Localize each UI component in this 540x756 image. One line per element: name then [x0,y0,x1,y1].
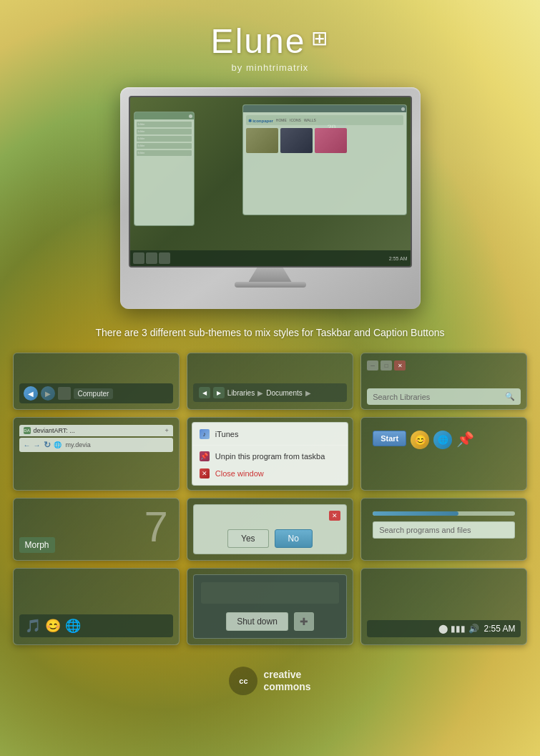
win-btn-left [189,114,192,118]
desktop-window-left: folder folder folder folder folder [134,112,195,226]
menu-separator [192,445,348,446]
yes-button[interactable]: Yes [227,529,269,548]
card-system-tray: ⬤ ▮▮▮ 🔊 2:55 AM [360,568,527,645]
theme-name: Morph [19,537,55,553]
address-scheme: 🌐 [54,441,62,448]
tab-title: deviantART: ... [34,427,75,434]
search-programs-input[interactable]: Search programs and files [373,521,515,539]
card-nav-computer: ◀ ▶ Computer [13,353,180,410]
minimize-button[interactable]: ─ [367,360,378,370]
creative-commons-footer: cc creative commons [229,667,310,695]
browser-addressbar[interactable]: ← → ↻ 🌐 my.devia [19,438,173,452]
cc-text: creative commons [263,669,310,693]
shutdown-dialog: Shut down ✚ [193,574,347,639]
card-search-programs: Search programs and files [360,498,527,561]
music-icon: 🎵 [25,618,41,634]
browser-icon: 🌐 [433,431,452,449]
monitor-taskbar: 2:55 AM [130,250,411,266]
back-btn[interactable]: ← [24,441,31,449]
computer-label: Computer [74,388,114,399]
win-btn-right [401,107,405,111]
taskbar-row-bottom: 🎵 😊 🌐 [19,614,173,637]
bc-documents: Documents [266,389,303,397]
nav-back-button[interactable]: ◀ [24,386,38,401]
search-programs-area: Search programs and files [367,506,521,544]
monitor-screen: 20 Thursday folder folder folder folder [129,96,412,267]
search-programs-placeholder: Search programs and files [379,526,471,534]
bc-nav-back[interactable]: ◀ [199,387,210,398]
deviantart-tab-icon: DA [24,427,31,434]
no-button[interactable]: No [275,529,313,548]
menu-item-unpin[interactable]: 📌 Unpin this program from taskba [192,448,348,465]
close-window-label: Close window [215,469,264,478]
emoji-taskbar-icon: 😊 [45,618,61,634]
dialog-close-button[interactable]: ✕ [329,511,340,521]
forward-btn[interactable]: → [34,441,41,449]
start-button[interactable]: Start [373,431,406,446]
screen-background: 20 Thursday folder folder folder folder [130,97,411,266]
context-menu: ♪ iTunes 📌 Unpin this program from taskb… [192,422,348,486]
start-area: Start 😊 🌐 📌 [367,425,521,455]
thumb-2 [280,128,313,153]
description-text: There are 3 different sub-themes to mix … [95,327,444,338]
thumb-1 [246,128,278,153]
itunes-icon: ♪ [200,429,210,439]
card-taskbar-bottom: 🎵 😊 🌐 [13,568,180,645]
bc-libraries: Libraries [227,389,255,397]
window-controls: ─ □ ✕ [367,360,521,370]
taskbar-preview-nav: ◀ ▶ Computer [19,383,173,403]
card-breadcrumb: ◀ ▶ Libraries ▶ Documents ▶ [187,353,353,410]
refresh-btn[interactable]: ↻ [44,440,51,450]
extra-taskbar-icon: 📌 [456,431,474,448]
cc-logo-icon: cc [229,667,257,695]
image-thumbnails [246,128,403,153]
taskbar-icon-2 [146,252,157,264]
search-libraries-placeholder: Search Libraries [373,393,505,401]
close-window-button[interactable]: ✕ [394,360,406,370]
card-context-menu: ♪ iTunes 📌 Unpin this program from taskb… [187,417,353,491]
progress-bar-container [373,511,515,516]
card-start-menu: Start 😊 🌐 📌 [360,417,527,491]
taskbar-icons-row: 🎵 😊 🌐 [25,618,81,634]
maximize-button[interactable]: □ [381,360,392,370]
progress-bar-fill [373,511,458,516]
dialog-buttons: Yes No [200,529,340,548]
browser-taskbar-icon: 🌐 [65,618,81,634]
app-title: Elune ⊞ [211,21,330,61]
window-content: ✱ iconpaper HOME ICONS WALLS [243,112,406,156]
nav-forward-button[interactable]: ▶ [41,386,55,401]
search-libraries-bar[interactable]: Search Libraries 🔍 [367,388,521,405]
taskbar-icon-1 [133,252,144,264]
card-browser: DA deviantART: ... + ← → ↻ 🌐 my.devia [13,417,180,491]
dialog-box: ✕ Yes No [193,504,347,554]
breadcrumb-bar: ◀ ▶ Libraries ▶ Documents ▶ [193,383,347,402]
bc-nav-forward[interactable]: ▶ [213,387,225,398]
shutdown-button[interactable]: Shut down [226,612,288,631]
theme-number: 7 [144,506,167,549]
dialog-title-bar: ✕ [200,511,340,521]
monitor-base [235,282,306,288]
browser-tab[interactable]: DA deviantART: ... + [19,425,173,436]
card-dialog: ✕ Yes No [187,498,353,561]
monitor-stand [249,267,292,282]
shutdown-extra-icon[interactable]: ✚ [294,612,314,631]
window-toolbar: ✱ iconpaper HOME ICONS WALLS [246,115,403,125]
monitor-container: 20 Thursday folder folder folder folder [120,87,421,309]
shutdown-dialog-top [201,582,339,604]
unpin-icon: 📌 [200,451,210,461]
monitor: 20 Thursday folder folder folder folder [120,87,421,309]
tray-icons: ⬤ ▮▮▮ 🔊 [438,624,479,634]
menu-item-close[interactable]: ✕ Close window [192,465,348,482]
signal-icon: ▮▮▮ [451,624,466,634]
title-label: Elune [211,21,306,61]
title-section: Elune ⊞ by minhtrimatrix [211,21,330,73]
taskbar-icon-3 [159,252,170,264]
system-tray: ⬤ ▮▮▮ 🔊 2:55 AM [367,620,521,637]
tab-close-icon[interactable]: + [165,427,169,434]
menu-item-itunes[interactable]: ♪ iTunes [192,426,348,443]
desktop-window-right: ✱ iconpaper HOME ICONS WALLS [242,104,407,215]
themes-grid: ◀ ▶ Computer ◀ ▶ Libraries ▶ Documents ▶… [13,353,528,645]
card-shutdown: Shut down ✚ [187,568,353,645]
volume-icon: 🔊 [468,624,479,634]
emoji-icon: 😊 [411,431,429,449]
